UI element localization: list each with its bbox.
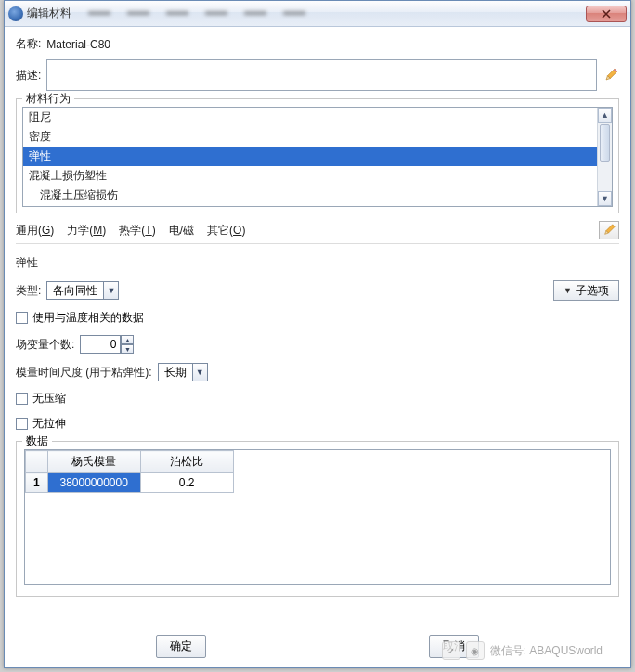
use-temp-data-label: 使用与温度相关的数据 [32,310,144,326]
moduli-select[interactable]: 长期 ▼ [158,363,208,381]
behaviors-legend: 材料行为 [22,91,74,107]
edit-behavior-button[interactable] [599,221,619,239]
data-fieldset: 数据 杨氏模量 泊松比 1 38000000000 0.2 [16,441,619,597]
spin-down-icon[interactable]: ▼ [121,344,134,354]
watermark: ✓ ◉ 微信号: ABAQUSworld [442,641,603,660]
section-title: 弹性 [16,255,619,271]
no-tension-checkbox[interactable] [16,418,28,430]
suboptions-label: 子选项 [576,283,609,299]
cell-poissons-ratio[interactable]: 0.2 [140,473,233,493]
edit-material-dialog: 编辑材料 ▬▬▬▬▬▬▬▬▬▬▬▬ 名称: Material-C80 描述: 材… [4,0,631,668]
table-row[interactable]: 1 38000000000 0.2 [26,473,234,493]
col-youngs-modulus[interactable]: 杨氏模量 [47,451,140,473]
wechat-icon: ✓ [442,641,460,660]
description-input[interactable] [46,59,597,91]
type-value: 各向同性 [47,283,103,299]
type-select[interactable]: 各向同性 ▼ [46,281,119,300]
scroll-up-icon[interactable]: ▲ [598,108,612,123]
menu-electromagnetic[interactable]: 电/磁 [169,223,194,239]
data-legend: 数据 [22,433,52,449]
dialog-content: 名称: Material-C80 描述: 材料行为 阻尼密度弹性混凝土损伤塑性混… [5,27,630,606]
fieldvar-input[interactable] [80,335,121,354]
suboptions-button[interactable]: ▼ 子选项 [553,280,619,301]
spin-up-icon[interactable]: ▲ [121,335,134,344]
no-tension-label: 无拉伸 [32,416,66,432]
no-compression-checkbox[interactable] [16,393,28,405]
pencil-icon [601,65,622,86]
behavior-menubar: 通用(G) 力学(M) 热学(T) 电/磁 其它(O) [16,221,619,244]
scrollbar[interactable]: ▲ ▼ [597,108,612,206]
behaviors-list[interactable]: 阻尼密度弹性混凝土损伤塑性混凝土压缩损伤 ▲ ▼ [22,107,613,207]
pencil-icon [603,224,616,237]
chevron-down-icon: ▼ [103,282,118,299]
watermark-text: 微信号: ABAQUSworld [490,643,603,659]
edit-description-button[interactable] [603,67,619,84]
scroll-thumb[interactable] [600,124,610,162]
data-table[interactable]: 杨氏模量 泊松比 1 38000000000 0.2 [24,449,611,585]
elastic-params: 类型: 各向同性 ▼ ▼ 子选项 使用与温度相关的数据 场变量个数: [16,280,619,597]
fieldvar-label: 场变量个数: [16,337,74,353]
app-icon [8,6,23,21]
menu-thermal[interactable]: 热学(T) [119,223,155,239]
menu-general[interactable]: 通用(G) [16,223,54,239]
menu-other[interactable]: 其它(O) [207,223,245,239]
use-temp-data-checkbox[interactable] [16,312,28,324]
wechat-icon: ◉ [466,641,485,660]
behavior-item[interactable]: 混凝土压缩损伤 [23,186,612,205]
ok-button[interactable]: 确定 [156,635,206,658]
background-menu-blur: ▬▬▬▬▬▬▬▬▬▬▬▬ [88,5,556,21]
row-number: 1 [26,473,48,493]
scroll-down-icon[interactable]: ▼ [598,191,612,206]
behavior-item[interactable]: 阻尼 [23,108,612,127]
titlebar[interactable]: 编辑材料 ▬▬▬▬▬▬▬▬▬▬▬▬ [5,1,630,27]
name-value[interactable]: Material-C80 [46,38,110,51]
name-label: 名称: [16,36,41,52]
behavior-item[interactable]: 弹性 [23,147,612,166]
moduli-label: 模量时间尺度 (用于粘弹性): [16,365,152,381]
col-poissons-ratio[interactable]: 泊松比 [140,451,233,473]
behavior-item[interactable]: 密度 [23,127,612,147]
fieldvar-spinner[interactable]: ▲ ▼ [80,335,134,354]
description-label: 描述: [16,68,41,84]
cell-youngs-modulus[interactable]: 38000000000 [47,473,140,493]
behavior-item[interactable]: 混凝土损伤塑性 [23,166,612,186]
no-compression-label: 无压缩 [32,391,66,407]
triangle-down-icon: ▼ [564,286,572,295]
type-label: 类型: [16,283,41,299]
menu-mechanical[interactable]: 力学(M) [67,223,106,239]
moduli-value: 长期 [159,365,192,381]
material-behaviors-fieldset: 材料行为 阻尼密度弹性混凝土损伤塑性混凝土压缩损伤 ▲ ▼ [16,98,619,213]
close-button[interactable] [586,6,627,22]
row-header-blank [26,451,48,473]
chevron-down-icon: ▼ [192,364,207,381]
